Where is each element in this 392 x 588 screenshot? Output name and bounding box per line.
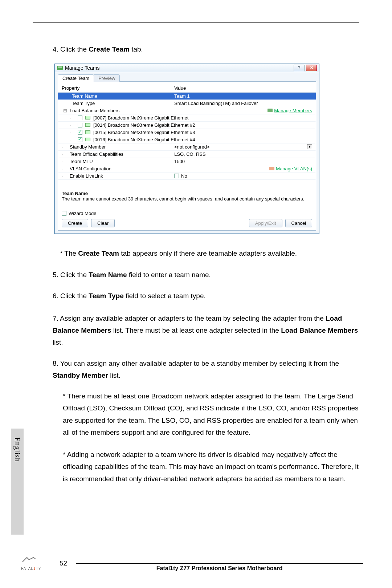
step-5: 5. Click the Team Name field to enter a …: [53, 270, 359, 280]
tree-expand-icon[interactable]: ⊟: [62, 108, 68, 113]
logo-glyph-icon: [22, 557, 36, 564]
member-label: [0014] Broadcom NetXtreme Gigabit Ethern…: [93, 122, 195, 128]
text-bold: Load Balance Members: [281, 327, 358, 334]
tab-underline: [119, 81, 316, 82]
label: VLAN Configuration: [70, 166, 111, 171]
apply-exit-button[interactable]: Apply/Exit: [249, 219, 282, 227]
step-7: 7. Assign any available adapter or adapt…: [53, 312, 359, 349]
wizard-mode-row[interactable]: Wizard Mode: [62, 211, 312, 216]
tree-branch: ·: [62, 151, 68, 157]
row-team-name[interactable]: Team Name Team 1: [58, 93, 316, 100]
page-footer: FATAL1TY 52 Fatal1ty Z77 Professional Se…: [22, 557, 363, 570]
row-offload[interactable]: ·Team Offload Capabilities LSO, CO, RSS: [58, 151, 316, 158]
help-panel: Team Name The team name cannot exceed 39…: [62, 191, 312, 202]
tree-branch: ·: [70, 122, 76, 128]
text: 6. Click the: [53, 292, 89, 300]
footer-title: Fatal1ty Z77 Professional Series Motherb…: [76, 565, 363, 572]
dropdown-icon[interactable]: ▼: [307, 144, 312, 149]
label: Team Type: [70, 101, 95, 106]
checkbox[interactable]: [78, 123, 82, 127]
close-button[interactable]: ✕: [306, 65, 317, 71]
dialog-titlebar: Manage Teams ? ✕: [55, 64, 319, 72]
header-rule: [33, 22, 359, 23]
clear-button[interactable]: Clear: [91, 219, 115, 227]
row-standby[interactable]: ·Standby Member <not configured>▼: [58, 143, 316, 151]
teams-icon: [57, 66, 63, 70]
brand-logo: FATAL1TY: [22, 557, 40, 570]
text: list. There must be at least one adapter…: [111, 327, 281, 334]
language-label: English: [13, 437, 21, 462]
wizard-label: Wizard Mode: [69, 211, 97, 216]
row-member-2[interactable]: ·[0015] Broadcom NetXtreme Gigabit Ether…: [58, 129, 316, 136]
tree-branch: ·: [70, 130, 76, 135]
text-bold: Team Type: [89, 292, 123, 300]
label: Team MTU: [70, 159, 93, 164]
text: tab.: [130, 45, 143, 53]
tree-branch: ·: [62, 159, 68, 164]
text: 5. Click the: [53, 271, 89, 279]
nic-icon: [85, 123, 90, 127]
tree-branch: ·: [62, 166, 68, 171]
value: Smart Load Balancing(TM) and Failover: [174, 101, 258, 106]
label: Standby Member: [70, 144, 106, 150]
brand-text: TY: [36, 567, 41, 571]
col-value: Value: [174, 85, 312, 91]
tab-create-team[interactable]: Create Team: [58, 74, 94, 82]
row-member-0[interactable]: ·[0007] Broadcom NetXtreme Gigabit Ether…: [58, 114, 316, 122]
text: 7. Assign any available adapter or adapt…: [53, 315, 326, 322]
value: <not configured>: [174, 144, 210, 150]
row-mtu[interactable]: ·Team MTU 1500: [58, 158, 316, 165]
checkbox[interactable]: [78, 115, 82, 120]
manage-members-link[interactable]: Manage Members: [268, 108, 312, 113]
text-bold: Standby Member: [53, 372, 108, 379]
value: LSO, CO, RSS: [174, 151, 206, 157]
label: Enable LiveLink: [70, 173, 103, 179]
cancel-button[interactable]: Cancel: [285, 219, 312, 227]
create-button[interactable]: Create: [62, 219, 88, 227]
col-property: Property: [62, 85, 174, 91]
page-number: 52: [60, 559, 67, 567]
row-member-3[interactable]: ·[0016] Broadcom NetXtreme Gigabit Ether…: [58, 136, 316, 143]
text: field to select a team type.: [124, 292, 206, 300]
tree-branch: ·: [62, 144, 68, 150]
text: list.: [108, 372, 121, 379]
text: 8. You can assign any other available ad…: [53, 360, 339, 367]
row-vlan[interactable]: ·VLAN Configuration Manage VLAN(s): [58, 165, 316, 173]
manage-vlan-link[interactable]: Manage VLAN(s): [269, 166, 312, 171]
label: Team Name: [70, 93, 97, 99]
tree-branch: ·: [62, 173, 68, 179]
label: Team Offload Capabilities: [70, 151, 123, 157]
nic-icon: [85, 116, 90, 119]
checkbox[interactable]: [78, 130, 82, 135]
member-label: [0007] Broadcom NetXtreme Gigabit Ethern…: [93, 115, 188, 121]
text-bold: Create Team: [78, 250, 119, 257]
checkbox[interactable]: [62, 211, 66, 216]
text: list.: [53, 338, 63, 346]
row-member-1[interactable]: ·[0014] Broadcom NetXtreme Gigabit Ether…: [58, 122, 316, 129]
tab-preview[interactable]: Preview: [94, 74, 120, 82]
dialog-screenshot: Manage Teams ? ✕ Create Team Preview Pro…: [54, 64, 319, 234]
row-load-balance[interactable]: ⊟Load Balance Members Manage Members: [58, 107, 316, 114]
text: * The: [60, 250, 78, 257]
tree-branch: ·: [70, 115, 76, 121]
help-desc: The team name cannot exceed 39 character…: [62, 196, 312, 202]
step-8-note-a: * There must be at least one Broadcom ne…: [63, 390, 359, 438]
checkbox[interactable]: [174, 174, 179, 178]
step-4: 4. Click the Create Team tab.: [53, 44, 359, 55]
row-livelink[interactable]: ·Enable LiveLink No: [58, 173, 316, 180]
brand-text: FATAL: [21, 567, 33, 571]
footer-rule: Fatal1ty Z77 Professional Series Motherb…: [76, 563, 363, 564]
nic-icon: [85, 130, 90, 134]
text: 4. Click the: [53, 45, 89, 53]
members-icon: [268, 109, 273, 112]
help-title: Team Name: [62, 191, 312, 196]
checkbox[interactable]: [78, 137, 82, 142]
link-text: Manage Members: [274, 108, 312, 113]
text: field to enter a team name.: [127, 271, 211, 279]
value: Team 1: [174, 93, 190, 99]
step-4-note: * The Create Team tab appears only if th…: [60, 248, 359, 259]
help-button[interactable]: ?: [294, 65, 305, 71]
row-team-type[interactable]: Team Type Smart Load Balancing(TM) and F…: [58, 100, 316, 107]
text: tab appears only if there are teamable a…: [119, 250, 297, 257]
step-8: 8. You can assign any other available ad…: [53, 357, 359, 382]
